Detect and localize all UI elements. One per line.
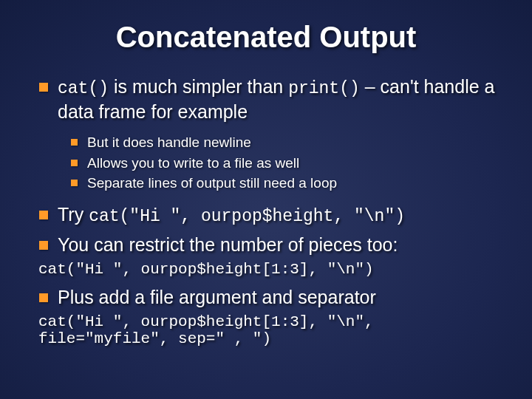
- code-block-1: cat("Hi ", ourpop$height[1:3], "\n"): [38, 261, 495, 278]
- slide: Concatenated Output cat() is much simple…: [0, 0, 532, 369]
- sub-list: But it does handle newline Allows you to…: [69, 134, 495, 192]
- code-block-2: cat("Hi ", ourpop$height[1:3], "\n", fil…: [38, 313, 495, 347]
- bullet-list: cat() is much simpler than print() – can…: [37, 75, 495, 256]
- bullet-4: Plus add a file argument and separator: [37, 285, 495, 309]
- sub-bullet: But it does handle newline: [69, 134, 495, 151]
- sub-bullet: Allows you to write to a file as well: [69, 154, 495, 172]
- code-cat: cat(): [58, 79, 109, 98]
- bullet-list-2: Plus add a file argument and separator: [37, 285, 495, 309]
- bullet-2: Try cat("Hi ", ourpop$height, "\n"): [37, 202, 495, 228]
- bullet-3: You can restrict the number of pieces to…: [37, 233, 495, 256]
- text: Try: [58, 204, 89, 225]
- text: is much simpler than: [109, 76, 288, 97]
- code-print: print(): [288, 79, 360, 98]
- slide-title: Concatenated Output: [37, 21, 495, 54]
- sub-bullet: Separate lines of output still need a lo…: [69, 174, 495, 192]
- bullet-1: cat() is much simpler than print() – can…: [37, 75, 495, 192]
- code-try: cat("Hi ", ourpop$height, "\n"): [89, 207, 405, 226]
